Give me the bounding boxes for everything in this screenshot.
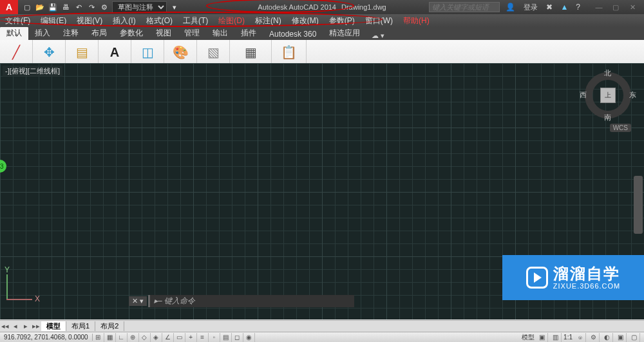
color-wheel-icon: 🎨: [171, 43, 190, 62]
menu-dimension[interactable]: 标注(N): [250, 14, 287, 27]
modelspace-label[interactable]: 模型: [522, 333, 535, 342]
navbar-vertical[interactable]: [634, 176, 643, 234]
viewcube-top[interactable]: 上: [600, 88, 616, 103]
lwt-icon[interactable]: ≡: [197, 333, 209, 342]
workspace-selector[interactable]: 草图与注释: [112, 1, 167, 13]
menu-insert[interactable]: 插入(I): [108, 14, 140, 27]
exchange-icon[interactable]: ✖: [544, 3, 554, 12]
tab-nav-first[interactable]: ◂◂: [0, 322, 10, 330]
tab-parametric[interactable]: 参数化: [113, 26, 149, 40]
quick-access-toolbar: ▢ 📂 💾 🖶 ↶ ↷ ⚙ 草图与注释 ▾: [18, 1, 184, 13]
status-toggles: ⊞ ▦ ∟ ⊕ ◇ ◈ ∠ ▭ + ≡ ▫ ▤ ◻ ◉: [93, 333, 255, 342]
sc-icon[interactable]: ◻: [232, 333, 243, 342]
ribbon-expand-icon[interactable]: ☁ ▾: [372, 32, 384, 40]
title-bar: A ▢ 📂 💾 🖶 ↶ ↷ ⚙ 草图与注释 ▾ Autodesk AutoCAD…: [0, 0, 644, 14]
menu-modify[interactable]: 修改(M): [287, 14, 324, 27]
wcs-badge[interactable]: WCS: [610, 124, 631, 132]
signin-icon[interactable]: 👤: [504, 3, 517, 12]
tab-annotate[interactable]: 注释: [57, 26, 85, 40]
open-icon[interactable]: 📂: [35, 2, 45, 12]
app-logo[interactable]: A: [0, 0, 18, 14]
tab-plugins[interactable]: 插件: [234, 26, 263, 40]
coordinates[interactable]: 916.7092, 2701.4068, 0.0000: [0, 334, 93, 341]
ducs-icon[interactable]: ▭: [174, 333, 185, 342]
3dosnap-icon[interactable]: ◈: [151, 333, 162, 342]
plot-icon[interactable]: 🖶: [61, 2, 71, 12]
menu-format[interactable]: 格式(O): [141, 14, 178, 27]
tab-nav-next[interactable]: ▸: [21, 322, 31, 330]
tab-default[interactable]: 默认: [0, 26, 28, 40]
tab-view[interactable]: 视图: [149, 26, 178, 40]
viewport-label[interactable]: -][俯视][二维线框]: [3, 66, 62, 77]
tab-nav-prev[interactable]: ◂: [10, 322, 21, 330]
menu-edit[interactable]: 编辑(E): [35, 14, 71, 27]
tab-layout2[interactable]: 布局2: [95, 321, 124, 331]
menu-parametric[interactable]: 参数(P): [324, 14, 360, 27]
tab-layout[interactable]: 布局: [85, 26, 113, 40]
grid-icon[interactable]: ▦: [104, 333, 116, 342]
quickview-icon[interactable]: ▣: [536, 333, 548, 342]
snap-icon[interactable]: ⊞: [93, 333, 104, 342]
workspace-switch-icon[interactable]: ⚙: [588, 333, 600, 342]
tab-manage[interactable]: 管理: [178, 26, 206, 40]
help-icon[interactable]: ?: [574, 3, 582, 12]
watermark-title: 溜溜自学: [553, 265, 620, 282]
hardware-accel-icon[interactable]: ◐: [601, 333, 613, 342]
viewcube-south: 南: [604, 113, 611, 122]
cleanscreen-icon[interactable]: ▢: [629, 333, 640, 342]
save-icon[interactable]: 💾: [48, 2, 58, 12]
tab-layout1[interactable]: 布局1: [66, 321, 95, 331]
group-icon: ▧: [204, 43, 223, 62]
tpy-icon[interactable]: ▫: [209, 333, 220, 342]
ucs-x-label: X: [35, 294, 40, 303]
app-name: Autodesk AutoCAD 2014: [258, 3, 336, 11]
osnap-icon[interactable]: ◇: [139, 333, 151, 342]
menu-help[interactable]: 帮助(H): [398, 14, 435, 27]
undo-icon[interactable]: ↶: [73, 2, 84, 12]
watermark: 溜溜自学 ZIXUE.3D66.COM: [502, 255, 644, 300]
tab-a360[interactable]: Autodesk 360: [263, 28, 323, 40]
menu-tools[interactable]: 工具(T): [178, 14, 213, 27]
command-input[interactable]: ▸– 键入命令: [148, 295, 354, 307]
status-bar: 916.7092, 2701.4068, 0.0000 ⊞ ▦ ∟ ⊕ ◇ ◈ …: [0, 332, 644, 342]
polar-icon[interactable]: ⊕: [128, 333, 139, 342]
menu-file[interactable]: 文件(F): [0, 14, 35, 27]
menu-window[interactable]: 窗口(W): [360, 14, 398, 27]
viewcube[interactable]: 上 北 南 东 西: [582, 70, 634, 121]
tab-nav-last[interactable]: ▸▸: [31, 322, 41, 330]
maximize-button[interactable]: ▢: [608, 1, 623, 13]
qat-dropdown-icon[interactable]: ▾: [169, 2, 180, 12]
search-input[interactable]: [429, 2, 500, 12]
autodesk360-icon[interactable]: ▲: [558, 3, 570, 12]
login-button[interactable]: 登录: [521, 3, 540, 12]
menu-bar: 文件(F) 编辑(E) 视图(V) 插入(I) 格式(O) 工具(T) 绘图(D…: [0, 14, 644, 27]
isolate-icon[interactable]: ▣: [615, 333, 627, 342]
ribbon-tabs: 默认 插入 注释 布局 参数化 视图 管理 输出 插件 Autodesk 360…: [0, 27, 644, 40]
minimize-button[interactable]: —: [591, 1, 607, 13]
annoscale[interactable]: 1:1: [564, 334, 573, 341]
close-button[interactable]: ✕: [625, 1, 640, 13]
qp-icon[interactable]: ▤: [220, 333, 232, 342]
tab-model[interactable]: 模型: [41, 321, 66, 331]
tab-output[interactable]: 输出: [206, 26, 234, 40]
tab-featured[interactable]: 精选应用: [323, 26, 366, 40]
workspace-icon[interactable]: ⚙: [99, 2, 109, 12]
viewcube-north: 北: [604, 68, 611, 78]
otrack-icon[interactable]: ∠: [162, 333, 174, 342]
drawing-area[interactable]: -][俯视][二维线框] 53 上 北 南 东 西 WCS Y X ✕ ▾ ▸–…: [0, 63, 644, 319]
menu-draw[interactable]: 绘图(D): [213, 14, 250, 27]
commandline-handle[interactable]: ✕ ▾: [129, 296, 147, 306]
annoscale-icon[interactable]: ⍟: [574, 333, 586, 342]
am-icon[interactable]: ◉: [243, 333, 255, 342]
ucs-y-label: Y: [5, 265, 10, 274]
redo-icon[interactable]: ↷: [86, 2, 97, 12]
new-icon[interactable]: ▢: [22, 2, 32, 12]
viewcube-west: 西: [580, 90, 587, 100]
quickview-layouts-icon[interactable]: ▥: [550, 333, 562, 342]
dyn-icon[interactable]: +: [185, 333, 197, 342]
menu-view[interactable]: 视图(V): [71, 14, 108, 27]
ortho-icon[interactable]: ∟: [116, 333, 128, 342]
command-line[interactable]: ✕ ▾ ▸– 键入命令: [129, 295, 354, 307]
move-icon: ✥: [39, 43, 59, 62]
tab-insert[interactable]: 插入: [28, 26, 57, 40]
